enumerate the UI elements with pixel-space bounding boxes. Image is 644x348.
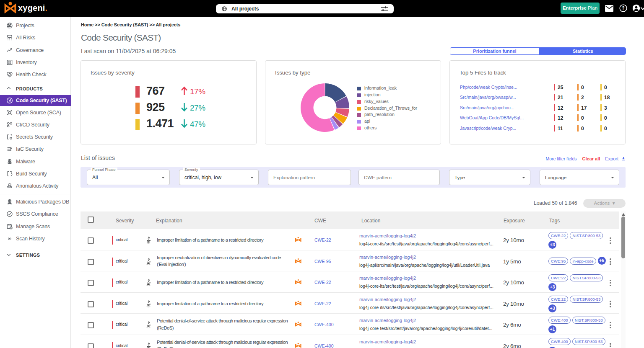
svg-text:?: ? bbox=[622, 6, 624, 10]
